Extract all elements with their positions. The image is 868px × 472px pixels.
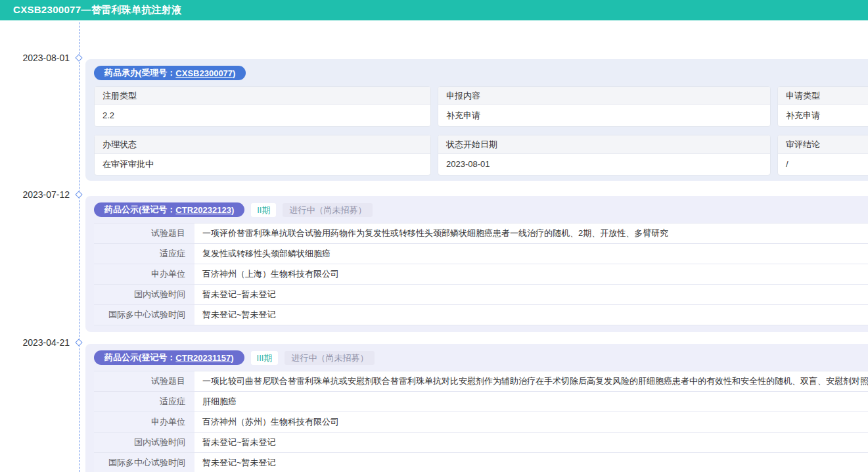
trial-table: 试验题目 一项比较司曲替尼联合替雷利珠单抗或安慰剂联合替雷利珠单抗对比安慰剂作为… [94, 371, 868, 472]
field-label: 办理状态 [95, 135, 430, 154]
row-value: 一项比较司曲替尼联合替雷利珠单抗或安慰剂联合替雷利珠单抗对比安慰剂作为辅助治疗在… [194, 371, 868, 391]
field-box: 状态开始日期 2023-08-01 [438, 135, 771, 176]
timeline-diamond-icon [75, 191, 82, 198]
field-label: 状态开始日期 [438, 135, 770, 154]
status-badge: 进行中（尚未招募） [285, 351, 375, 365]
timeline-line [79, 22, 80, 472]
row-label: 试验题目 [94, 224, 194, 243]
accept-number-link[interactable]: CXSB2300077 [175, 68, 233, 78]
entry-date: 2023-07-12 [9, 189, 70, 200]
accept-badge-prefix: 药品承办(受理号： [104, 67, 175, 79]
row-label: 国内试验时间 [94, 433, 194, 452]
registration-number-link[interactable]: CTR20231157 [175, 353, 231, 363]
field-box: 审评结论 / [777, 135, 868, 176]
field-box: 注册类型 2.2 [94, 86, 431, 127]
field-value: 在审评审批中 [95, 154, 430, 175]
publicity-badge-suffix: ) [231, 205, 234, 215]
field-value: 2023-08-01 [438, 154, 770, 175]
row-value: 暂未登记~暂未登记 [194, 453, 868, 472]
field-box: 办理状态 在审评审批中 [94, 135, 431, 176]
trial-table: 试验题目 一项评价替雷利珠单抗联合试验用药物作为复发性或转移性头颈部鳞状细胞癌患… [94, 223, 868, 325]
table-row: 申办单位 百济神州（上海）生物科技有限公司 [94, 264, 868, 285]
field-box: 申报内容 补充申请 [438, 86, 771, 127]
field-label: 审评结论 [778, 135, 868, 154]
field-value: / [778, 154, 868, 175]
entry-date: 2023-08-01 [9, 53, 70, 63]
field-label: 注册类型 [95, 87, 430, 105]
drug-accept-card: 药品承办(受理号：CXSB2300077) 注册类型 2.2 申报内容 补充申请… [85, 59, 868, 181]
row-value: 复发性或转移性头颈部鳞状细胞癌 [194, 244, 868, 264]
accept-badge: 药品承办(受理号：CXSB2300077) [94, 66, 246, 80]
row-label: 国际多中心试验时间 [94, 305, 194, 325]
row-label: 申办单位 [94, 264, 194, 284]
row-label: 国际多中心试验时间 [94, 453, 194, 472]
row-label: 申办单位 [94, 412, 194, 432]
table-row: 适应症 复发性或转移性头颈部鳞状细胞癌 [94, 244, 868, 264]
table-row: 国内试验时间 暂未登记~暂未登记 [94, 285, 868, 305]
timeline-diamond-icon [75, 339, 82, 346]
row-label: 国内试验时间 [94, 285, 194, 304]
timeline-diamond-icon [75, 54, 82, 61]
row-value: 暂未登记~暂未登记 [194, 305, 868, 325]
publicity-badge: 药品公示(登记号：CTR20232123) [94, 202, 244, 217]
row-value: 一项评价替雷利珠单抗联合试验用药物作为复发性或转移性头颈部鳞状细胞癌患者一线治疗… [194, 224, 868, 243]
table-row: 国际多中心试验时间 暂未登记~暂未登记 [94, 305, 868, 325]
drug-publicity-card: 药品公示(登记号：CTR20232123) II期 进行中（尚未招募） 试验题目… [85, 196, 868, 332]
field-value: 补充申请 [778, 105, 868, 126]
entry-date: 2023-04-21 [9, 337, 70, 348]
field-label: 申请类型 [778, 87, 868, 105]
badge-row: 药品公示(登记号：CTR20232123) II期 进行中（尚未招募） [94, 202, 868, 217]
publicity-badge-prefix: 药品公示(登记号： [104, 352, 175, 364]
publicity-badge: 药品公示(登记号：CTR20231157) [94, 350, 244, 365]
app-header: CXSB2300077—替雷利珠单抗注射液 [0, 0, 868, 20]
table-row: 试验题目 一项评价替雷利珠单抗联合试验用药物作为复发性或转移性头颈部鳞状细胞癌患… [94, 224, 868, 244]
row-value: 暂未登记~暂未登记 [194, 433, 868, 452]
publicity-badge-suffix: ) [231, 353, 233, 363]
drug-publicity-card: 药品公示(登记号：CTR20231157) III期 进行中（尚未招募） 试验题… [85, 344, 868, 472]
registration-number-link[interactable]: CTR20232123 [175, 205, 231, 215]
accept-badge-suffix: ) [233, 68, 235, 78]
table-row: 试验题目 一项比较司曲替尼联合替雷利珠单抗或安慰剂联合替雷利珠单抗对比安慰剂作为… [94, 371, 868, 392]
badge-row: 药品承办(受理号：CXSB2300077) [94, 66, 868, 80]
publicity-badge-prefix: 药品公示(登记号： [104, 204, 175, 216]
row-label: 适应症 [94, 244, 194, 264]
table-row: 国际多中心试验时间 暂未登记~暂未登记 [94, 453, 868, 472]
row-value: 肝细胞癌 [194, 392, 868, 412]
row-label: 试验题目 [94, 371, 194, 391]
badge-row: 药品公示(登记号：CTR20231157) III期 进行中（尚未招募） [94, 350, 868, 365]
status-badge: 进行中（尚未招募） [283, 203, 373, 217]
phase-badge: III期 [251, 351, 279, 365]
table-row: 国内试验时间 暂未登记~暂未登记 [94, 433, 868, 453]
field-label: 申报内容 [438, 87, 770, 105]
table-row: 适应症 肝细胞癌 [94, 392, 868, 412]
field-box: 申请类型 补充申请 [777, 86, 868, 127]
row-value: 百济神州（上海）生物科技有限公司 [194, 264, 868, 284]
page-title: CXSB2300077—替雷利珠单抗注射液 [13, 4, 181, 16]
row-value: 百济神州（苏州）生物科技有限公司 [194, 412, 868, 432]
row-label: 适应症 [94, 392, 194, 412]
table-row: 申办单位 百济神州（苏州）生物科技有限公司 [94, 412, 868, 433]
accept-fields-grid: 注册类型 2.2 申报内容 补充申请 申请类型 补充申请 办理状态 在审评审批中… [94, 86, 868, 176]
phase-badge: II期 [251, 203, 276, 217]
row-value: 暂未登记~暂未登记 [194, 285, 868, 304]
field-value: 补充申请 [438, 105, 770, 126]
field-value: 2.2 [95, 105, 430, 126]
